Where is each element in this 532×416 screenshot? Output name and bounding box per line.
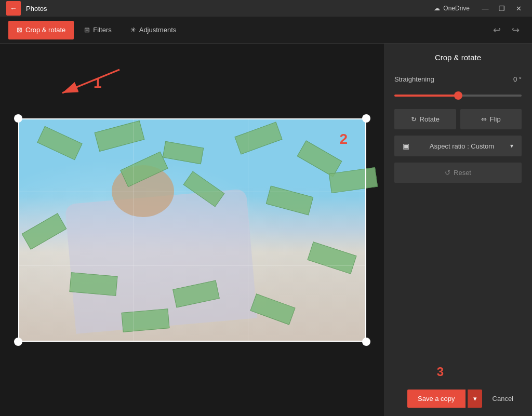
crop-rotate-button[interactable]: ⊠ Crop & rotate [8, 21, 74, 39]
back-button[interactable]: ← [6, 1, 21, 16]
save-dropdown-button[interactable]: ▾ [468, 390, 482, 408]
annotation-3: 3 [437, 365, 444, 379]
crop-icon: ⊠ [17, 26, 22, 34]
crop-handle-top-right[interactable] [362, 114, 370, 123]
window-controls: — ❐ ✕ [478, 1, 526, 16]
undo-button[interactable]: ↩ [488, 22, 505, 38]
app-title: Photos [26, 5, 434, 12]
filter-icon: ⊞ [84, 26, 90, 34]
onedrive-label: OneDrive [443, 5, 470, 12]
canvas-area: 1 2 [0, 44, 384, 416]
adjustments-button[interactable]: ✳ Adjustments [122, 21, 185, 39]
straightening-section: Straightening 0 ° [384, 69, 532, 105]
straightening-value: 0 ° [513, 75, 522, 83]
rotate-label: Rotate [420, 115, 440, 123]
cancel-label: Cancel [493, 395, 513, 402]
save-dropdown-icon: ▾ [473, 395, 477, 402]
straightening-label-row: Straightening 0 ° [394, 75, 522, 83]
undo-icon: ↩ [493, 24, 501, 36]
save-copy-button[interactable]: Save a copy [407, 390, 466, 408]
crop-rotate-label: Crop & rotate [25, 26, 65, 34]
rotate-icon: ↻ [411, 115, 417, 123]
titlebar: ← Photos ☁ OneDrive — ❐ ✕ [0, 0, 532, 17]
crop-handle-bottom-right[interactable] [362, 338, 370, 346]
svg-line-1 [62, 70, 119, 93]
adjustments-icon: ✳ [130, 26, 136, 34]
crop-container[interactable] [18, 118, 366, 342]
flip-label: Flip [490, 115, 501, 123]
aspect-ratio-button[interactable]: ▣ Aspect ratio : Custom ▾ [394, 136, 522, 156]
cancel-button[interactable]: Cancel [484, 390, 522, 408]
flip-button[interactable]: ⇔ Flip [460, 109, 522, 129]
adjustments-label: Adjustments [139, 26, 177, 34]
chevron-down-icon: ▾ [510, 142, 513, 150]
aspect-icon: ▣ [403, 142, 409, 150]
bottom-actions: Save a copy ▾ Cancel [384, 381, 532, 416]
crop-handle-top-left[interactable] [14, 114, 22, 123]
flip-icon: ⇔ [481, 115, 487, 123]
reset-label: Reset [454, 169, 471, 177]
onedrive-section: ☁ OneDrive [434, 5, 470, 12]
rotate-flip-row: ↻ Rotate ⇔ Flip [384, 105, 532, 136]
straightening-label: Straightening [394, 75, 434, 83]
minimize-button[interactable]: — [478, 1, 493, 16]
save-copy-label: Save a copy [418, 395, 455, 402]
right-panel: Crop & rotate Straightening 0 ° ↻ Rotate… [384, 44, 532, 416]
close-button[interactable]: ✕ [511, 1, 526, 16]
onedrive-icon: ☁ [434, 5, 440, 12]
filters-label: Filters [93, 26, 111, 34]
toolbar: ⊠ Crop & rotate ⊞ Filters ✳ Adjustments … [0, 17, 532, 44]
annotation-1: 1 [94, 75, 102, 91]
redo-button[interactable]: ↪ [507, 22, 524, 38]
reset-button[interactable]: ↺ Reset [394, 163, 522, 183]
straightening-slider[interactable] [394, 95, 522, 97]
main-content: 1 2 [0, 44, 532, 416]
photo-image [18, 118, 366, 342]
filters-button[interactable]: ⊞ Filters [76, 21, 119, 39]
redo-icon: ↪ [512, 24, 520, 36]
rotate-button[interactable]: ↻ Rotate [394, 109, 456, 129]
reset-icon: ↺ [445, 169, 450, 177]
aspect-ratio-label: Aspect ratio : Custom [414, 142, 510, 150]
back-icon: ← [10, 4, 17, 12]
restore-button[interactable]: ❐ [495, 1, 509, 16]
panel-title: Crop & rotate [384, 44, 532, 69]
crop-handle-bottom-left[interactable] [14, 338, 22, 346]
